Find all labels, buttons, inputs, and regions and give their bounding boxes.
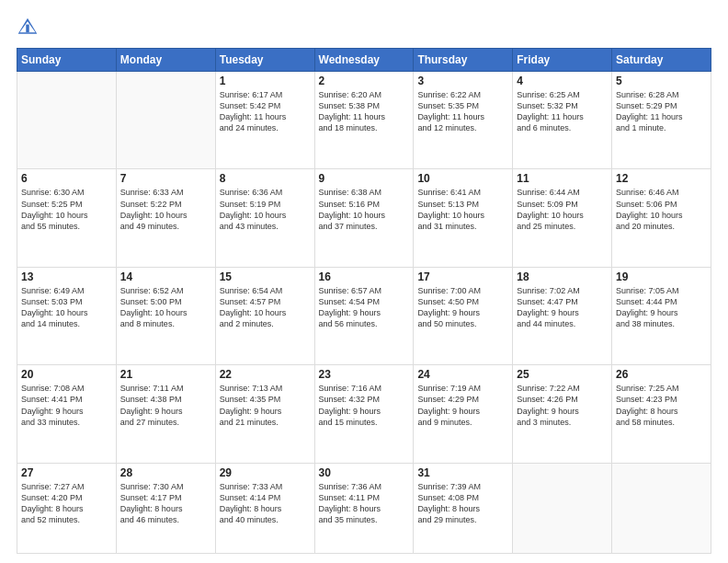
day-number: 24 — [417, 368, 508, 381]
day-number: 13 — [21, 270, 112, 283]
calendar-cell: 2Sunrise: 6:20 AMSunset: 5:38 PMDaylight… — [314, 72, 414, 169]
cell-info: Sunrise: 7:19 AMSunset: 4:29 PMDaylight:… — [417, 383, 508, 428]
calendar-cell: 22Sunrise: 7:13 AMSunset: 4:35 PMDayligh… — [215, 365, 314, 463]
calendar-cell: 11Sunrise: 6:44 AMSunset: 5:09 PMDayligh… — [513, 169, 612, 267]
day-number: 7 — [120, 172, 211, 185]
day-number: 26 — [616, 368, 707, 381]
cell-info: Sunrise: 7:08 AMSunset: 4:41 PMDaylight:… — [21, 383, 112, 428]
cell-info: Sunrise: 6:36 AMSunset: 5:19 PMDaylight:… — [220, 187, 311, 232]
cell-info: Sunrise: 7:22 AMSunset: 4:26 PMDaylight:… — [517, 383, 608, 428]
calendar-cell: 4Sunrise: 6:25 AMSunset: 5:32 PMDaylight… — [513, 72, 612, 169]
cell-info: Sunrise: 7:30 AMSunset: 4:17 PMDaylight:… — [120, 481, 211, 526]
weekday-header: Wednesday — [314, 49, 414, 72]
cell-info: Sunrise: 7:13 AMSunset: 4:35 PMDaylight:… — [220, 383, 311, 428]
calendar-cell — [116, 72, 215, 169]
day-number: 19 — [616, 270, 707, 283]
calendar-cell: 8Sunrise: 6:36 AMSunset: 5:19 PMDaylight… — [215, 169, 314, 267]
logo — [17, 17, 42, 39]
weekday-header: Saturday — [612, 49, 711, 72]
cell-info: Sunrise: 7:27 AMSunset: 4:20 PMDaylight:… — [21, 481, 112, 526]
calendar-cell — [17, 72, 117, 169]
day-number: 8 — [220, 172, 311, 185]
calendar-cell: 30Sunrise: 7:36 AMSunset: 4:11 PMDayligh… — [314, 463, 414, 553]
day-number: 3 — [417, 75, 508, 87]
calendar-cell: 27Sunrise: 7:27 AMSunset: 4:20 PMDayligh… — [17, 463, 117, 553]
cell-info: Sunrise: 6:17 AMSunset: 5:42 PMDaylight:… — [220, 89, 311, 134]
day-number: 30 — [319, 466, 410, 479]
day-number: 16 — [319, 270, 410, 283]
calendar-cell: 16Sunrise: 6:57 AMSunset: 4:54 PMDayligh… — [314, 267, 414, 364]
day-number: 6 — [21, 172, 112, 185]
cell-info: Sunrise: 6:46 AMSunset: 5:06 PMDaylight:… — [616, 187, 707, 232]
page: SundayMondayTuesdayWednesdayThursdayFrid… — [0, 0, 728, 563]
calendar-cell: 7Sunrise: 6:33 AMSunset: 5:22 PMDaylight… — [116, 169, 215, 267]
calendar-cell: 29Sunrise: 7:33 AMSunset: 4:14 PMDayligh… — [215, 463, 314, 553]
day-number: 23 — [319, 368, 410, 381]
cell-info: Sunrise: 6:54 AMSunset: 4:57 PMDaylight:… — [220, 285, 311, 330]
calendar-cell: 13Sunrise: 6:49 AMSunset: 5:03 PMDayligh… — [17, 267, 117, 364]
cell-info: Sunrise: 6:33 AMSunset: 5:22 PMDaylight:… — [120, 187, 211, 232]
day-number: 17 — [417, 270, 508, 283]
cell-info: Sunrise: 7:25 AMSunset: 4:23 PMDaylight:… — [616, 383, 707, 428]
day-number: 9 — [319, 172, 410, 185]
day-number: 15 — [220, 270, 311, 283]
calendar-cell: 6Sunrise: 6:30 AMSunset: 5:25 PMDaylight… — [17, 169, 117, 267]
svg-rect-2 — [26, 25, 28, 33]
cell-info: Sunrise: 6:57 AMSunset: 4:54 PMDaylight:… — [319, 285, 410, 330]
cell-info: Sunrise: 7:33 AMSunset: 4:14 PMDaylight:… — [220, 481, 311, 526]
cell-info: Sunrise: 6:22 AMSunset: 5:35 PMDaylight:… — [417, 89, 508, 134]
calendar-cell: 18Sunrise: 7:02 AMSunset: 4:47 PMDayligh… — [513, 267, 612, 364]
cell-info: Sunrise: 7:00 AMSunset: 4:50 PMDaylight:… — [417, 285, 508, 330]
weekday-header: Sunday — [17, 49, 117, 72]
weekday-header: Tuesday — [215, 49, 314, 72]
calendar-table: SundayMondayTuesdayWednesdayThursdayFrid… — [17, 48, 711, 554]
logo-icon — [17, 17, 39, 39]
calendar-cell: 23Sunrise: 7:16 AMSunset: 4:32 PMDayligh… — [314, 365, 414, 463]
calendar-cell: 25Sunrise: 7:22 AMSunset: 4:26 PMDayligh… — [513, 365, 612, 463]
calendar-cell — [513, 463, 612, 553]
calendar-cell: 15Sunrise: 6:54 AMSunset: 4:57 PMDayligh… — [215, 267, 314, 364]
weekday-header: Friday — [513, 49, 612, 72]
cell-info: Sunrise: 7:39 AMSunset: 4:08 PMDaylight:… — [417, 481, 508, 526]
calendar-cell: 14Sunrise: 6:52 AMSunset: 5:00 PMDayligh… — [116, 267, 215, 364]
calendar-cell: 17Sunrise: 7:00 AMSunset: 4:50 PMDayligh… — [414, 267, 513, 364]
calendar-cell: 12Sunrise: 6:46 AMSunset: 5:06 PMDayligh… — [612, 169, 711, 267]
day-number: 2 — [319, 75, 410, 87]
calendar-cell: 20Sunrise: 7:08 AMSunset: 4:41 PMDayligh… — [17, 365, 117, 463]
calendar-cell: 10Sunrise: 6:41 AMSunset: 5:13 PMDayligh… — [414, 169, 513, 267]
cell-info: Sunrise: 7:16 AMSunset: 4:32 PMDaylight:… — [319, 383, 410, 428]
calendar-cell: 5Sunrise: 6:28 AMSunset: 5:29 PMDaylight… — [612, 72, 711, 169]
cell-info: Sunrise: 6:49 AMSunset: 5:03 PMDaylight:… — [21, 285, 112, 330]
day-number: 10 — [417, 172, 508, 185]
cell-info: Sunrise: 6:38 AMSunset: 5:16 PMDaylight:… — [319, 187, 410, 232]
day-number: 4 — [517, 75, 608, 87]
cell-info: Sunrise: 7:05 AMSunset: 4:44 PMDaylight:… — [616, 285, 707, 330]
day-number: 25 — [517, 368, 608, 381]
calendar-cell: 9Sunrise: 6:38 AMSunset: 5:16 PMDaylight… — [314, 169, 414, 267]
cell-info: Sunrise: 7:11 AMSunset: 4:38 PMDaylight:… — [120, 383, 211, 428]
cell-info: Sunrise: 6:25 AMSunset: 5:32 PMDaylight:… — [517, 89, 608, 134]
day-number: 11 — [517, 172, 608, 185]
calendar-cell — [612, 463, 711, 553]
day-number: 14 — [120, 270, 211, 283]
cell-info: Sunrise: 7:02 AMSunset: 4:47 PMDaylight:… — [517, 285, 608, 330]
calendar-cell: 24Sunrise: 7:19 AMSunset: 4:29 PMDayligh… — [414, 365, 513, 463]
day-number: 29 — [220, 466, 311, 479]
weekday-header: Monday — [116, 49, 215, 72]
day-number: 27 — [21, 466, 112, 479]
cell-info: Sunrise: 6:52 AMSunset: 5:00 PMDaylight:… — [120, 285, 211, 330]
day-number: 22 — [220, 368, 311, 381]
day-number: 21 — [120, 368, 211, 381]
calendar-cell: 3Sunrise: 6:22 AMSunset: 5:35 PMDaylight… — [414, 72, 513, 169]
header — [17, 17, 711, 39]
calendar-cell: 28Sunrise: 7:30 AMSunset: 4:17 PMDayligh… — [116, 463, 215, 553]
cell-info: Sunrise: 6:30 AMSunset: 5:25 PMDaylight:… — [21, 187, 112, 232]
weekday-header: Thursday — [414, 49, 513, 72]
calendar-cell: 31Sunrise: 7:39 AMSunset: 4:08 PMDayligh… — [414, 463, 513, 553]
day-number: 5 — [616, 75, 707, 87]
day-number: 31 — [417, 466, 508, 479]
cell-info: Sunrise: 6:20 AMSunset: 5:38 PMDaylight:… — [319, 89, 410, 134]
calendar-cell: 26Sunrise: 7:25 AMSunset: 4:23 PMDayligh… — [612, 365, 711, 463]
cell-info: Sunrise: 6:44 AMSunset: 5:09 PMDaylight:… — [517, 187, 608, 232]
calendar-cell: 19Sunrise: 7:05 AMSunset: 4:44 PMDayligh… — [612, 267, 711, 364]
